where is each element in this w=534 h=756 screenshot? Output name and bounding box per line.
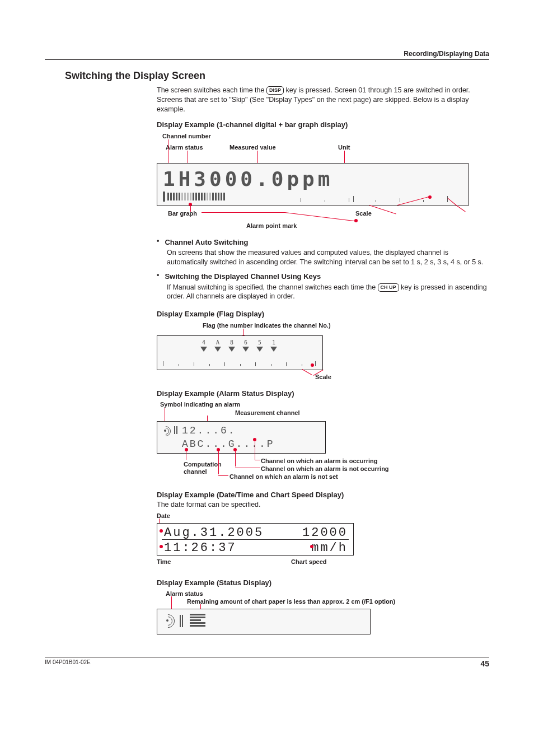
ex1-lcd: 1H3000.0ppm [157, 163, 469, 206]
label-alarm-status: Alarm status [166, 143, 203, 152]
alarm-heading: Display Example (Alarm Status Display) [157, 389, 487, 399]
alarm-row1: 12...6. [182, 424, 236, 437]
alarm-row2: ABC...G....P [182, 437, 275, 451]
alarm-diagram: Symbol indicating an alarm Measurement c… [157, 400, 448, 484]
flag-lcd: 4 A 8 6 5 1 [157, 335, 323, 370]
scale-ticks-icon [163, 361, 317, 366]
status-heading: Display Example (Status Display) [157, 578, 487, 588]
datetime-diagram: Date Aug.31.2005 12000 11:26:37 mm/h Tim… [157, 512, 358, 572]
flag-heading: Display Example (Flag Display) [157, 309, 487, 319]
label-flag-scale: Scale [315, 373, 331, 381]
bullet-dot-icon: • [157, 272, 159, 282]
flag-num: 4 [202, 339, 205, 346]
auto-switch-title: Channel Auto Switching [165, 237, 248, 248]
breadcrumb: Recording/Displaying Data [45, 49, 489, 60]
footer-page-number: 45 [480, 659, 489, 669]
flag-num: 6 [244, 339, 247, 346]
speed-unit: mm/h [311, 540, 348, 556]
ex1-heading: Display Example (1-channel digital + bar… [157, 120, 487, 130]
status-lcd [157, 609, 371, 634]
time-value: 11:26:37 [164, 540, 237, 556]
status-diagram: Alarm status Remaining amount of chart p… [157, 590, 470, 634]
label-bar-graph: Bar graph [168, 209, 197, 218]
flag-num: 8 [230, 339, 233, 346]
section-title: Switching the Display Screen [65, 69, 489, 82]
label-flag: Flag (the number indicates the channel N… [203, 321, 331, 330]
intro-pre: The screen switches each time the [157, 86, 266, 94]
page-footer: IM 04P01B01-02E 45 [45, 657, 489, 669]
label-chart-speed: Chart speed [291, 558, 327, 566]
label-alarm-not-occurring: Channel on which an alarm is not occurri… [261, 465, 389, 473]
flag-num: 1 [272, 339, 275, 346]
datetime-sub: The date format can be specified. [157, 500, 487, 510]
label-alarm-not-set: Channel on which an alarm is not set [229, 473, 338, 481]
channel-auto-switching: • Channel Auto Switching [157, 237, 487, 248]
flag-num: A [216, 339, 219, 346]
auto-switch-body: On screens that show the measured values… [167, 248, 487, 267]
label-alarm-symbol: Symbol indicating an alarm [160, 400, 240, 409]
key-switch-title: Switching the Displayed Channel Using Ke… [165, 272, 321, 282]
alarm-bell-icon [163, 616, 173, 626]
key-switching: • Switching the Displayed Channel Using … [157, 272, 487, 282]
label-meas-channel: Measurement channel [235, 409, 300, 417]
label-time: Time [157, 558, 171, 566]
footer-doc-id: IM 04P01B01-02E [45, 659, 91, 669]
label-channel-number: Channel number [162, 132, 211, 141]
label-chart-paper: Remaining amount of chart paper is less … [187, 598, 395, 606]
chup-key: CH UP [378, 283, 399, 292]
label-comp-l2: channel [184, 468, 207, 476]
label-alarm-occurring: Channel on which an alarm is occurring [261, 457, 377, 465]
intro-paragraph: The screen switches each time the DISP k… [157, 86, 487, 114]
label-scale: Scale [355, 209, 372, 218]
datetime-lcd: Aug.31.2005 12000 11:26:37 mm/h [157, 523, 354, 556]
disp-key: DISP [266, 86, 284, 95]
ex1-diagram: Channel number Alarm status Measured val… [157, 132, 470, 233]
flag-diagram: Flag (the number indicates the channel N… [157, 321, 325, 383]
flag-num: 5 [258, 339, 261, 346]
key-switch-body: If Manual switching is specified, the ch… [167, 283, 487, 302]
chart-paper-icon [190, 614, 205, 628]
alarm-bell-icon [161, 426, 171, 436]
bullet-dot-icon: • [157, 237, 159, 248]
ex1-lcd-readout: 1H3000.0ppm [163, 166, 333, 193]
datetime-heading: Display Example (Date/Time and Chart Spe… [157, 490, 487, 500]
label-measured-value: Measured value [229, 143, 276, 152]
key-switch-pre: If Manual switching is specified, the ch… [167, 283, 378, 291]
label-alarm-point-mark: Alarm point mark [246, 222, 297, 230]
alarm-lcd: 12...6. ABC...G....P [157, 421, 326, 454]
